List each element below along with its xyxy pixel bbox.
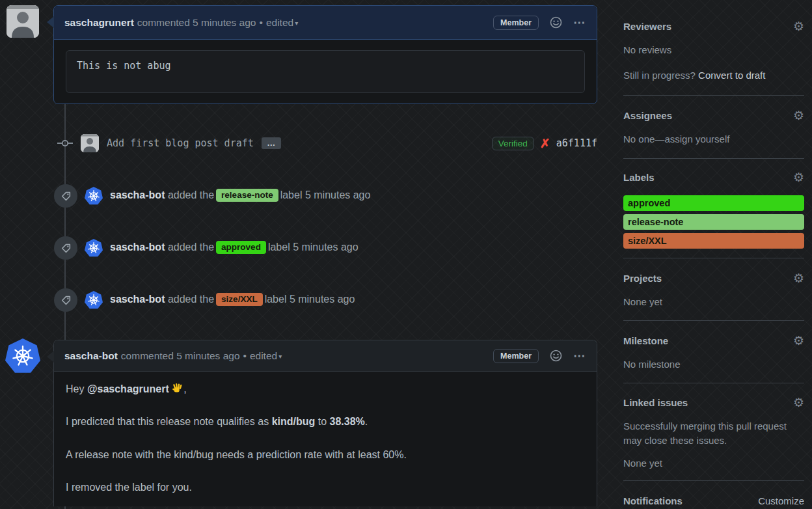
event-icon-circle bbox=[54, 288, 77, 312]
projects-section: Projects⚙ None yet bbox=[623, 273, 804, 309]
assignees-title: Assignees⚙ bbox=[623, 110, 804, 121]
sascha-bot-avatar[interactable] bbox=[85, 291, 103, 309]
label-chip[interactable]: release-note bbox=[216, 189, 278, 202]
assignees-empty: No one—assign yourself bbox=[623, 132, 804, 146]
tag-icon bbox=[61, 243, 72, 254]
gear-icon[interactable]: ⚙ bbox=[793, 108, 804, 122]
linked-issues-empty: None yet bbox=[623, 456, 804, 471]
gear-icon[interactable]: ⚙ bbox=[793, 170, 804, 184]
reviewers-section: Reviewers⚙ No reviews Still in progress?… bbox=[623, 21, 804, 83]
linked-issues-section: Linked issues⚙ Successfully merging this… bbox=[623, 397, 804, 471]
code-block: This is not abug bbox=[66, 50, 585, 93]
convert-to-draft-link[interactable]: Convert to draft bbox=[698, 70, 765, 81]
linked-issues-desc: Successfully merging this pull request m… bbox=[623, 419, 804, 448]
smiley-icon bbox=[550, 350, 562, 362]
notifications-section: Notifications Customize bbox=[623, 495, 804, 506]
comment-header: saschagrunert commented 5 minutes ago • … bbox=[54, 6, 597, 40]
commit-author-avatar[interactable] bbox=[81, 134, 99, 152]
edited-dropdown[interactable]: edited▾ bbox=[250, 350, 282, 362]
gear-icon[interactable]: ⚙ bbox=[793, 333, 804, 348]
sascha-bot-avatar[interactable] bbox=[85, 187, 103, 205]
sidebar-label-release-note[interactable]: release-note bbox=[623, 214, 804, 230]
commit-expand-button[interactable]: … bbox=[262, 137, 281, 149]
kebab-menu-button[interactable]: ⋯ bbox=[573, 16, 586, 29]
git-commit-icon bbox=[57, 138, 73, 148]
mention-link[interactable]: @saschagrunert bbox=[87, 383, 169, 394]
event-actor-link[interactable]: sascha-bot bbox=[110, 241, 165, 253]
linked-issues-title: Linked issues⚙ bbox=[623, 397, 804, 408]
comment-saschagrunert: saschagrunert commented 5 minutes ago • … bbox=[53, 5, 597, 104]
label-chip[interactable]: approved bbox=[216, 241, 266, 254]
divider bbox=[623, 158, 804, 159]
pull-request-page: saschagrunert commented 5 minutes ago • … bbox=[0, 0, 812, 509]
avatar-saschagrunert[interactable] bbox=[7, 5, 39, 38]
reviewers-title: Reviewers⚙ bbox=[623, 21, 804, 32]
label-event-approved: sascha-bot added theapprovedlabel 5 minu… bbox=[54, 236, 594, 260]
avatar-sascha-bot-kubernetes-logo[interactable] bbox=[5, 338, 40, 374]
projects-empty: None yet bbox=[623, 295, 804, 309]
member-badge: Member bbox=[493, 16, 539, 30]
tag-icon bbox=[61, 295, 72, 306]
milestone-title: Milestone⚙ bbox=[623, 335, 804, 346]
greeting-paragraph: Hey @saschagrunert , bbox=[66, 382, 585, 396]
emoji-reaction-button[interactable] bbox=[550, 16, 562, 29]
kebab-menu-button[interactable]: ⋯ bbox=[573, 350, 586, 362]
notifications-title: Notifications bbox=[623, 495, 698, 506]
comment-timestamp: commented 5 minutes ago bbox=[137, 17, 256, 29]
commit-message-link[interactable]: Add first blog post draft bbox=[107, 137, 254, 149]
labels-title: Labels⚙ bbox=[623, 172, 804, 183]
comment-body: Hey @saschagrunert , I predicted that th… bbox=[54, 372, 597, 495]
sascha-bot-avatar[interactable] bbox=[85, 239, 103, 257]
assign-yourself-link[interactable]: assign yourself bbox=[664, 133, 729, 144]
sidebar-label-size-xxl[interactable]: size/XXL bbox=[623, 233, 804, 249]
customize-link[interactable]: Customize bbox=[758, 495, 804, 506]
event-icon-circle bbox=[54, 236, 77, 260]
label-event-size-xxl: sascha-bot added thesize/XXLlabel 5 minu… bbox=[54, 288, 594, 312]
reviewers-empty: No reviews bbox=[623, 43, 804, 57]
bullet: • bbox=[259, 17, 262, 29]
gear-icon[interactable]: ⚙ bbox=[793, 19, 804, 33]
label-event-release-note: sascha-bot added therelease-notelabel 5 … bbox=[54, 184, 594, 208]
pr-sidebar: Reviewers⚙ No reviews Still in progress?… bbox=[623, 0, 804, 509]
edited-dropdown[interactable]: edited▾ bbox=[266, 17, 298, 29]
emoji-reaction-button[interactable] bbox=[550, 350, 562, 362]
gear-icon[interactable]: ⚙ bbox=[793, 271, 804, 285]
divider bbox=[623, 95, 804, 96]
divider bbox=[623, 480, 804, 481]
commit-hash-link[interactable]: a6f111f bbox=[556, 137, 597, 149]
status-failed-x-icon[interactable]: ✗ bbox=[540, 136, 550, 151]
comment-timestamp: commented 5 minutes ago bbox=[121, 350, 240, 362]
requirement-paragraph: A release note with the kind/bug needs a… bbox=[66, 448, 585, 462]
divider bbox=[623, 320, 804, 321]
waving-hand-emoji bbox=[172, 383, 183, 394]
labels-section: Labels⚙ approved release-note size/XXL bbox=[623, 172, 804, 249]
assignees-section: Assignees⚙ No one—assign yourself bbox=[623, 110, 804, 146]
gear-icon[interactable]: ⚙ bbox=[793, 395, 804, 409]
projects-title: Projects⚙ bbox=[623, 273, 804, 284]
commit-event: Add first blog post draft … Verified ✗ a… bbox=[57, 132, 597, 154]
event-actor-link[interactable]: sascha-bot bbox=[110, 294, 165, 305]
verified-badge[interactable]: Verified bbox=[492, 137, 534, 150]
milestone-empty: No milestone bbox=[623, 357, 804, 372]
tag-icon bbox=[61, 191, 72, 202]
chevron-down-icon: ▾ bbox=[278, 353, 282, 360]
label-chip[interactable]: size/XXL bbox=[216, 293, 263, 306]
divider bbox=[623, 383, 804, 383]
smiley-icon bbox=[550, 16, 562, 29]
milestone-section: Milestone⚙ No milestone bbox=[623, 335, 804, 372]
comment-header: sascha-bot commented 5 minutes ago • edi… bbox=[54, 340, 597, 372]
comment-author-link[interactable]: sascha-bot bbox=[64, 350, 118, 362]
comment-body: This is not abug bbox=[54, 40, 597, 103]
reviewers-hint: Still in progress? Convert to draft bbox=[623, 68, 804, 83]
sidebar-label-approved[interactable]: approved bbox=[623, 195, 804, 211]
comment-author-link[interactable]: saschagrunert bbox=[64, 17, 134, 29]
event-actor-link[interactable]: sascha-bot bbox=[110, 189, 165, 200]
divider bbox=[623, 258, 804, 258]
prediction-paragraph: I predicted that this release note quali… bbox=[66, 415, 585, 429]
member-badge: Member bbox=[493, 349, 539, 363]
comment-sascha-bot: sascha-bot commented 5 minutes ago • edi… bbox=[53, 340, 597, 506]
removed-label-paragraph: I removed the label for you. bbox=[66, 480, 585, 495]
event-icon-circle bbox=[54, 184, 77, 208]
bullet: • bbox=[243, 350, 247, 362]
chevron-down-icon: ▾ bbox=[295, 20, 298, 27]
